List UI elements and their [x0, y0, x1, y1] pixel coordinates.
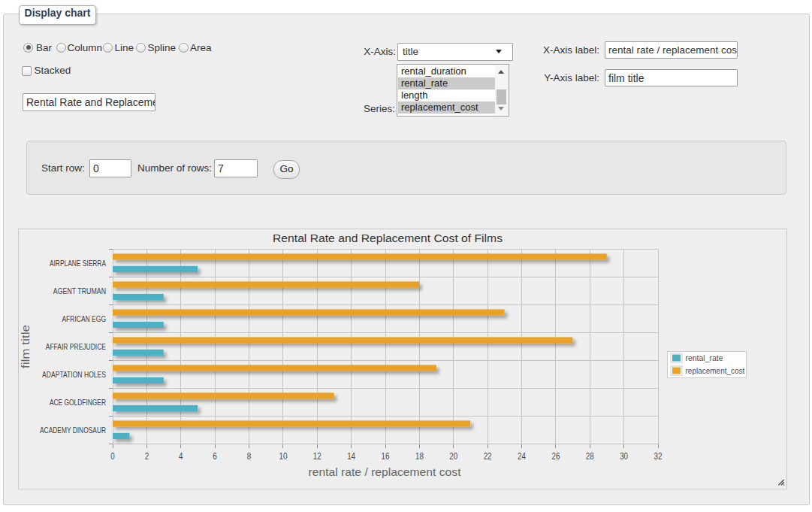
- svg-text:AGENT TRUMAN: AGENT TRUMAN: [53, 286, 106, 295]
- svg-text:24: 24: [518, 451, 526, 461]
- svg-text:26: 26: [551, 451, 560, 461]
- svg-text:2: 2: [145, 451, 149, 461]
- svg-text:30: 30: [620, 451, 628, 461]
- svg-text:replacement_cost: replacement_cost: [686, 365, 745, 375]
- svg-text:AIRPLANE SIERRA: AIRPLANE SIERRA: [50, 259, 107, 268]
- svg-text:14: 14: [347, 451, 355, 461]
- svg-text:8: 8: [247, 451, 251, 461]
- svg-text:28: 28: [586, 451, 594, 461]
- svg-text:rental rate / replacement cost: rental rate / replacement cost: [309, 466, 461, 478]
- svg-text:32: 32: [654, 451, 663, 461]
- svg-text:4: 4: [179, 451, 183, 461]
- svg-text:ACE GOLDFINGER: ACE GOLDFINGER: [50, 398, 106, 407]
- svg-text:rental_rate: rental_rate: [686, 353, 723, 362]
- svg-text:0: 0: [110, 451, 114, 461]
- svg-text:12: 12: [313, 451, 321, 461]
- svg-text:ADAPTATION HOLES: ADAPTATION HOLES: [42, 370, 106, 379]
- svg-text:20: 20: [449, 451, 457, 461]
- svg-text:6: 6: [213, 451, 216, 461]
- svg-text:ACADEMY DINOSAUR: ACADEMY DINOSAUR: [40, 426, 106, 435]
- svg-text:16: 16: [382, 451, 390, 461]
- svg-text:Rental Rate and Replacement Co: Rental Rate and Replacement Cost of Film…: [273, 232, 503, 244]
- svg-text:film title: film title: [19, 325, 32, 368]
- svg-text:10: 10: [279, 451, 287, 461]
- svg-text:AFRICAN EGG: AFRICAN EGG: [62, 314, 106, 323]
- svg-text:AFFAIR PREJUDICE: AFFAIR PREJUDICE: [46, 342, 106, 351]
- svg-text:18: 18: [415, 451, 424, 461]
- svg-text:22: 22: [484, 451, 492, 461]
